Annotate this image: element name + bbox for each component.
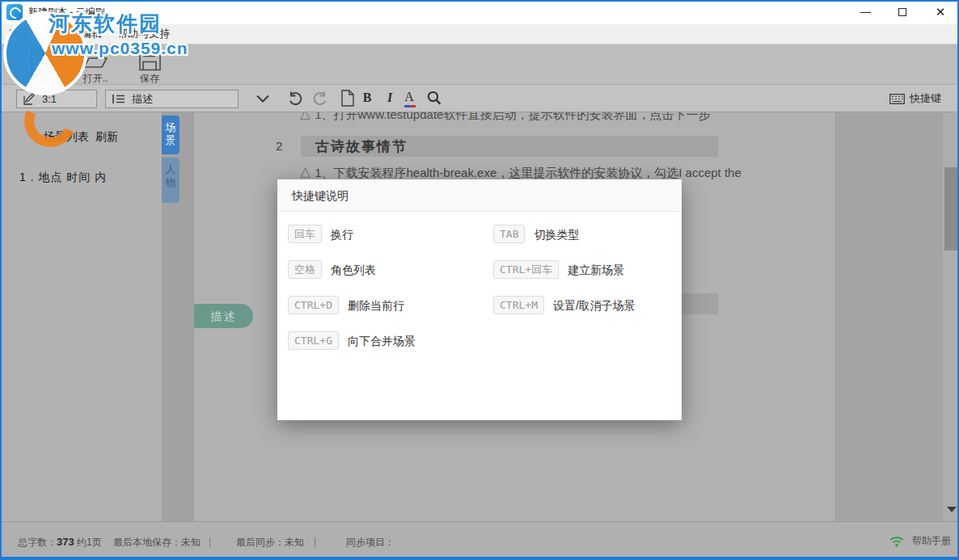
save-floppy-icon — [139, 48, 161, 71]
tab-scene[interactable]: 场景 — [162, 116, 180, 154]
search-icon[interactable] — [427, 91, 441, 106]
key-description: 向下合并场景 — [348, 331, 416, 349]
menu-app[interactable]: 剧云 — [6, 27, 31, 41]
scene-heading-text: 古诗故事情节 — [315, 136, 718, 157]
menu-bar: 剧云 文件 编辑 帮助与支持 — [0, 24, 959, 44]
bold-button[interactable]: B — [361, 91, 374, 105]
close-icon: ✕ — [922, 0, 959, 24]
new-document-icon — [28, 48, 49, 71]
menu-edit[interactable]: 编辑 — [79, 27, 104, 41]
status-bar: 总字数：373 约1页 最后本地保存：未知 | 最后同步：未知 | 同步项目： … — [0, 521, 959, 560]
maximize-button[interactable] — [885, 0, 922, 24]
font-color-swatch — [404, 105, 416, 107]
open-script-button[interactable]: 打开.. — [71, 47, 120, 84]
key-description: 删除当前行 — [348, 296, 404, 314]
key-badge: 空格 — [288, 260, 322, 279]
key-badge: CTRL+D — [288, 296, 339, 314]
word-count-value: 373 — [57, 536, 74, 548]
scene-list-item[interactable]: 1 . 地点 时间 内 — [19, 171, 107, 185]
list-type-icon — [112, 94, 125, 104]
key-description: 角色列表 — [331, 260, 376, 278]
shortcuts-dialog-title: 快捷键说明 — [277, 179, 682, 212]
clipped-action-line: △ 1、打开www.testupdate软件直接启动，提示软件的安装界面，点击下… — [299, 112, 817, 123]
key-badge: CTRL+M — [493, 296, 544, 314]
shortcut-row: CTRL+D 删除当前行 — [288, 296, 493, 331]
minimize-icon — [860, 12, 871, 13]
chevron-down-icon[interactable] — [256, 95, 270, 103]
format-toolbar: 3:1 描述 B I A — [0, 84, 959, 112]
scene-list-panel: 场景列表刷新 1 . 地点 时间 内 — [0, 112, 162, 521]
ratio-field[interactable]: 3:1 — [16, 90, 97, 108]
shortcut-row: CTRL+M 设置/取消子场景 — [493, 296, 681, 331]
scene-list-header: 场景列表刷新 — [0, 130, 162, 145]
ratio-value: 3:1 — [42, 93, 57, 105]
help-manual-button[interactable]: 帮助手册 — [889, 534, 951, 548]
new-script-button[interactable]: 新建 — [15, 47, 63, 84]
scene-heading-bar: 古诗故事情节 — [301, 136, 718, 157]
status-divider: | — [209, 536, 211, 547]
font-color-button[interactable]: A — [403, 90, 416, 104]
key-badge: CTRL+回车 — [493, 260, 559, 279]
keyboard-icon — [889, 94, 905, 104]
refresh-link[interactable]: 刷新 — [95, 130, 118, 143]
line-type-value: 描述 — [132, 92, 153, 107]
save-script-button[interactable]: 保存 — [125, 47, 174, 84]
scroll-down-arrow-icon[interactable] — [947, 507, 957, 512]
redo-icon[interactable] — [312, 91, 327, 107]
menu-help[interactable]: 帮助与支持 — [116, 27, 171, 41]
app-logo-icon — [6, 4, 23, 20]
word-count: 总字数：373 约1页 — [18, 536, 102, 549]
shortcuts-button[interactable]: 快捷键 — [889, 88, 941, 109]
italic-button[interactable]: I — [383, 91, 396, 105]
key-description: 换行 — [331, 225, 353, 242]
edit-pencil-icon — [23, 93, 36, 105]
new-page-icon[interactable] — [341, 90, 354, 107]
key-description: 切换类型 — [534, 225, 579, 242]
open-folder-icon — [82, 48, 108, 71]
shortcut-row: 回车 换行 — [288, 225, 493, 260]
status-divider: | — [314, 536, 316, 547]
undo-icon[interactable] — [288, 91, 303, 107]
shortcut-row: CTRL+回车 建立新场景 — [493, 260, 681, 296]
maximize-icon — [898, 8, 906, 16]
shortcut-row: CTRL+G 向下合并场景 — [288, 331, 493, 367]
sync-project: 同步项目： — [346, 536, 395, 549]
tab-character[interactable]: 人物 — [162, 158, 180, 203]
word-count-label: 总字数： — [18, 537, 57, 548]
scrollbar-thumb[interactable] — [944, 167, 958, 251]
app-window: 新建剧本 - 云编剧 ✕ 剧云 文件 编辑 帮助与支持 新建 打开.. — [0, 0, 959, 560]
scene-list-title: 场景列表 — [44, 130, 89, 143]
side-tab-strip: 场景 人物 — [162, 112, 194, 521]
page-margin — [835, 112, 943, 521]
main-toolbar: 新建 打开.. 保存 * 123.ybj 登录 — [0, 44, 959, 84]
shortcuts-button-label: 快捷键 — [910, 91, 941, 106]
menu-file[interactable]: 文件 — [43, 27, 67, 41]
wifi-icon — [889, 536, 904, 547]
shortcuts-grid: 回车 换行 TAB 切换类型 空格 角色列表 CTRL+回车 建立新场景 CTR… — [277, 212, 682, 367]
window-title: 新建剧本 - 云编剧 — [28, 0, 105, 24]
key-badge: 回车 — [288, 225, 322, 243]
line-type-select[interactable]: 描述 — [105, 90, 239, 108]
scene-number: 2 — [276, 139, 282, 153]
title-bar: 新建剧本 - 云编剧 ✕ — [0, 0, 959, 24]
shortcut-row: TAB 切换类型 — [493, 225, 681, 260]
minimize-button[interactable] — [847, 0, 885, 24]
last-sync: 最后同步：未知 — [236, 536, 304, 549]
shortcuts-dialog: 快捷键说明 回车 换行 TAB 切换类型 空格 角色列表 CTRL+回车 建立新… — [277, 179, 682, 420]
line-type-tag[interactable]: 描述 — [194, 304, 253, 328]
key-description: 建立新场景 — [568, 260, 624, 278]
help-manual-label: 帮助手册 — [912, 534, 951, 548]
key-badge: CTRL+G — [288, 331, 339, 350]
page-count: 约1页 — [77, 537, 102, 548]
shortcut-row: 空格 角色列表 — [288, 260, 493, 296]
key-description: 设置/取消子场景 — [553, 296, 636, 314]
key-badge: TAB — [493, 225, 525, 243]
last-local-save: 最后本地保存：未知 — [113, 536, 201, 549]
close-button[interactable]: ✕ — [922, 0, 959, 24]
